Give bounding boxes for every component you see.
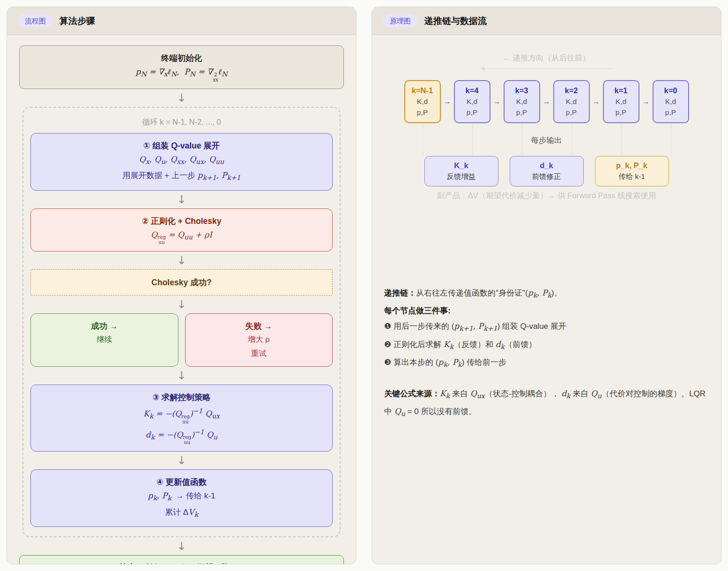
output-pk-title: p_k, P_k: [598, 160, 666, 171]
fail-branch-line2: 重试: [190, 346, 328, 360]
down-arrow-icon: ↓: [19, 89, 344, 107]
fail-branch-line1: 增大 ρ: [190, 332, 328, 346]
chain-node-line: K,d: [556, 96, 587, 107]
output-dk-title: d_k: [513, 160, 580, 171]
final-output-text: 所有 Kk, dk + 期望下降 ΔV: [144, 563, 244, 564]
final-output-label: 输出：: [119, 563, 144, 564]
recursion-chain-note-text: 从右往左传递值函数的"身份证"(pk, Pk)。: [416, 289, 562, 297]
recursion-chain-note: 递推链：从右往左传递值函数的"身份证"(pk, Pk)。: [384, 285, 709, 303]
down-arrow-icon: ↓: [30, 452, 333, 469]
cholesky-decision-box: Cholesky 成功?: [30, 269, 333, 296]
step4-title: ④ 更新值函数: [36, 476, 327, 488]
chain-node-line: p,P: [655, 107, 686, 118]
chain-node-line: p,P: [407, 107, 438, 118]
chain-node-label: k=4: [457, 85, 488, 96]
step3-formula1: Kk = −(Qreguu)−1 Qux: [36, 405, 327, 424]
chain-node-k4: k=4 K,d p,P: [454, 80, 490, 123]
chain-node-k1: k=1 K,d p,P: [603, 80, 639, 123]
chain-node-line: K,d: [457, 96, 488, 107]
principle-panel-header: 原理图 递推链与数据流: [372, 7, 721, 35]
loop-container: 循环 k = N-1, N-2, ..., 0 ① 组装 Q-value 展开 …: [22, 107, 341, 537]
flowchart-title: 算法步骤: [59, 15, 95, 27]
down-arrow-icon: ↓: [30, 296, 333, 313]
recursion-direction-label: ← 递推方向（从后往前）: [384, 53, 709, 63]
flowchart-badge: 流程图: [18, 14, 52, 28]
connector-area: 每步输出: [404, 123, 689, 156]
step3-solve-policy-box: ③ 求解控制策略 Kk = −(Qreguu)−1 Qux dk = −(Qre…: [30, 385, 333, 452]
success-branch-title: 成功 →: [36, 320, 173, 332]
chain-node-line: p,P: [457, 107, 488, 118]
output-dk-box: d_k 前馈修正: [510, 156, 584, 186]
step4-update-value-box: ④ 更新值函数 pk, Pk → 传给 k-1 累计 ΔVk: [30, 469, 333, 527]
right-arrow-icon: →: [639, 80, 653, 123]
success-branch-box: 成功 → 继续: [30, 313, 178, 367]
success-branch-line: 继续: [36, 332, 173, 346]
step2-title: ② 正则化 + Cholesky: [36, 215, 327, 227]
final-output-box: 输出：所有 Kk, dk + 期望下降 ΔV: [19, 555, 344, 564]
chain-node-label: k=N-1: [407, 85, 438, 96]
output-kk-title: K_k: [428, 160, 495, 171]
decision-branches: 成功 → 继续 失败 → 增大 ρ 重试: [30, 313, 333, 367]
right-arrow-icon: →: [540, 80, 553, 123]
step4-line1: pk, Pk → 传给 k-1: [36, 489, 327, 504]
step3-formula2: dk = −(Qreguu)−1 Qu: [36, 426, 327, 445]
per-step-output-label: 每步输出: [404, 135, 689, 146]
flowchart-panel-header: 流程图 算法步骤: [7, 7, 356, 35]
flowchart-body: 终端初始化 pN = ∇xℓN, PN = ∇2xxℓN ↓ 循环 k = N-…: [7, 35, 356, 564]
chain-node-k-n-1: k=N-1 K,d p,P: [404, 80, 441, 123]
chain-node-label: k=3: [506, 85, 537, 96]
explanation-notes: 递推链：从右往左传递值函数的"身份证"(pk, Pk)。 每个节点做三件事: ❶…: [384, 285, 709, 422]
step4-line2: 累计 ΔVk: [36, 506, 327, 520]
left-arrow-line-icon: [481, 68, 612, 69]
chain-node-label: k=1: [606, 85, 637, 96]
chain-node-k2: k=2 K,d p,P: [553, 80, 590, 123]
per-step-output-row: K_k 反馈增益 d_k 前馈修正 p_k, P_k 传给 k-1: [384, 156, 709, 186]
principle-badge: 原理图: [383, 14, 417, 28]
chain-node-line: p,P: [556, 107, 587, 118]
left-arrowhead-icon: [481, 67, 485, 70]
right-arrow-icon: →: [490, 80, 504, 123]
chain-node-label: k=2: [556, 85, 587, 96]
step1-formula: Qx, Qu, Qxx, Qux, Quu: [36, 153, 327, 168]
down-arrow-icon: ↓: [30, 367, 333, 385]
key-formula-note: 关键公式来源：Kk 来自 Qux（状态-控制耦合）， dk 来自 Qu（代价对控…: [384, 386, 709, 422]
chain-node-k0: k=0 K,d p,P: [653, 80, 689, 123]
chain-node-k3: k=3 K,d p,P: [504, 80, 540, 123]
node-task-2: ❷ 正则化后求解 Kk（反馈）和 dk（前馈）: [384, 337, 709, 355]
recursion-chain: k=N-1 K,d p,P → k=4 K,d p,P → k=3 K,d p,…: [384, 80, 709, 123]
fail-branch-title: 失败 →: [190, 320, 328, 332]
chain-node-line: K,d: [506, 96, 537, 107]
recursion-chain-note-label: 递推链：: [384, 289, 416, 297]
principle-title: 递推链与数据流: [424, 15, 487, 27]
terminal-init-formula: pN = ∇xℓN, PN = ∇2xxℓN: [24, 66, 339, 82]
key-formula-note-label: 关键公式来源：: [384, 389, 440, 398]
output-dk-subtitle: 前馈修正: [513, 171, 580, 182]
down-arrow-icon: ↓: [19, 537, 344, 555]
principle-panel: 原理图 递推链与数据流 ← 递推方向（从后往前） k=N-1 K,d p,P →…: [371, 7, 721, 564]
step1-assemble-q-box: ① 组装 Q-value 展开 Qx, Qu, Qxx, Qux, Quu 用展…: [30, 133, 333, 191]
right-arrow-icon: →: [441, 80, 454, 123]
output-pk-box: p_k, P_k 传给 k-1: [595, 156, 669, 186]
step2-formula: Qreguu = Quu + ρI: [36, 229, 327, 245]
step1-title: ① 组装 Q-value 展开: [36, 140, 327, 152]
down-arrow-icon: ↓: [30, 252, 333, 269]
step2-regularize-box: ② 正则化 + Cholesky Qreguu = Quu + ρI: [30, 208, 333, 252]
page: 流程图 算法步骤 终端初始化 pN = ∇xℓN, PN = ∇2xxℓN ↓ …: [0, 0, 728, 571]
chain-node-line: p,P: [506, 107, 537, 118]
chain-node-line: K,d: [407, 96, 438, 107]
principle-body: ← 递推方向（从后往前） k=N-1 K,d p,P → k=4 K,d p,P…: [372, 35, 721, 564]
byproduct-note: 副产品：ΔV（期望代价减少量）→ 供 Forward Pass 线搜索使用: [384, 191, 709, 201]
node-task-3: ❸ 算出本步的 (pk, Pk) 传给前一步: [384, 355, 709, 372]
chain-node-line: p,P: [606, 107, 637, 118]
chain-node-label: k=0: [655, 85, 686, 96]
output-kk-subtitle: 反馈增益: [428, 171, 495, 182]
right-arrow-icon: →: [590, 80, 603, 123]
step3-title: ③ 求解控制策略: [36, 391, 327, 403]
down-arrow-icon: ↓: [30, 191, 333, 208]
node-task-1: ❶ 用后一步传来的 (pk+1, Pk+1) 组装 Q-value 展开: [384, 319, 709, 336]
chain-node-line: K,d: [655, 96, 686, 107]
output-pk-subtitle: 传给 k-1: [598, 171, 666, 182]
step1-line: 用展开数据 + 上一步 pk+1, Pk+1: [36, 169, 327, 184]
loop-label: 循环 k = N-1, N-2, ..., 0: [30, 117, 333, 127]
flowchart-panel: 流程图 算法步骤 终端初始化 pN = ∇xℓN, PN = ∇2xxℓN ↓ …: [7, 7, 357, 564]
